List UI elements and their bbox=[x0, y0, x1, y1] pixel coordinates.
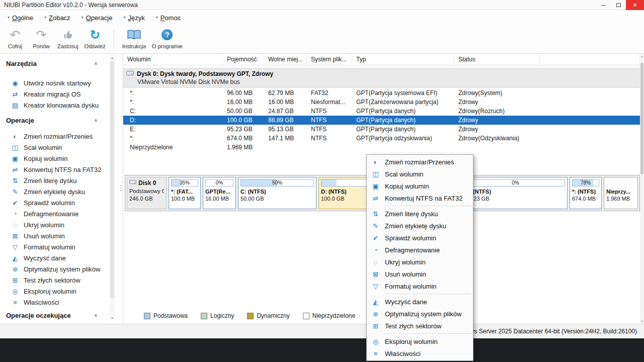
sidebar-item-disk-clone-wizard[interactable]: ▤Kreator klonowania dysku bbox=[0, 100, 117, 111]
table-row-d-drive-selected[interactable]: D: 100.0 GB 88.89 GB NTFS GPT(Partycja d… bbox=[123, 116, 640, 125]
table-row-recovery[interactable]: *: 674.0 MB 147.1 MB NTFS GPT(Partycja o… bbox=[123, 134, 640, 143]
sidebar-item-check-volume[interactable]: ✔Sprawdź wolumin bbox=[0, 197, 117, 208]
column-header-capacity[interactable]: Pojemność bbox=[223, 54, 264, 65]
redo-button[interactable]: ↷ Ponów bbox=[28, 25, 54, 53]
sidebar-item-format-volume[interactable]: ▽Formatuj wolumin bbox=[0, 241, 117, 252]
close-button[interactable]: × bbox=[626, 0, 644, 10]
sidebar-splitter-handle[interactable]: ⋮ bbox=[117, 181, 122, 196]
menu-help[interactable]: ▾Pomoc bbox=[150, 10, 186, 25]
legend-item-primary: Podstawowa bbox=[144, 312, 188, 319]
sidebar-item-resize-move[interactable]: ◐Zmień rozmiar/Przenieś bbox=[0, 131, 117, 142]
minimize-button[interactable] bbox=[596, 0, 611, 10]
ctx-merge-volume[interactable]: ◫Scal wolumin bbox=[367, 168, 473, 180]
menu-language[interactable]: ▾Język bbox=[118, 10, 150, 25]
ctx-change-label[interactable]: ✎Zmień etykietę dysku bbox=[367, 220, 473, 232]
maximize-icon bbox=[616, 3, 621, 7]
sidebar-item-create-bootable-media[interactable]: ◉Utwórz nośnik startowy bbox=[0, 77, 117, 88]
menu-operations[interactable]: ▾Operacje bbox=[76, 10, 118, 25]
sidebar-item-wipe-data[interactable]: ◭Wyczyść dane bbox=[0, 252, 117, 263]
ctx-bad-sector-test[interactable]: ⊞Test złych sektorów bbox=[367, 320, 473, 332]
section-header-operations[interactable]: Operacje ∧ bbox=[0, 114, 117, 127]
sidebar-item-copy-volume[interactable]: ▣Kopiuj wolumin bbox=[0, 153, 117, 164]
partition-block-recovery[interactable]: 78% *: (NTFS) 674.0 MB bbox=[570, 177, 602, 209]
ctx-convert-ntfs-fat32[interactable]: ⇌Konwertuj NTFS na FAT32 bbox=[367, 192, 473, 204]
manual-button[interactable]: Instrukcja bbox=[119, 25, 149, 53]
chevron-down-icon: ▾ bbox=[156, 16, 158, 20]
ctx-delete-volume[interactable]: ⊠Usuń wolumin bbox=[367, 268, 473, 280]
about-button[interactable]: ? O programie bbox=[149, 25, 186, 53]
ctx-optimize-filesystem[interactable]: ⊛Optymalizuj system plików bbox=[367, 308, 473, 320]
ctx-wipe-data[interactable]: ◭Wyczyść dane bbox=[367, 296, 473, 308]
menu-separator bbox=[384, 206, 471, 206]
ctx-change-drive-letter[interactable]: ⇅Zmień literę dysku bbox=[367, 208, 473, 220]
format-volume-icon: ▽ bbox=[371, 283, 380, 290]
table-row-reserved[interactable]: *: 16.00 MB 16.00 MB Niesformat... GPT(Z… bbox=[123, 98, 640, 107]
partition-block-reserved[interactable]: 0% GPT(Re... 16.00 MB bbox=[203, 177, 236, 209]
column-header-free-space[interactable]: Wolne miej... bbox=[264, 54, 307, 65]
operations-list: ◐Zmień rozmiar/Przenieś ◫Scal wolumin ▣K… bbox=[0, 131, 117, 308]
main-scrollbar-thumb[interactable] bbox=[640, 63, 643, 174]
section-header-pending-operations[interactable]: Operacje oczekujące ∧ bbox=[0, 309, 117, 322]
column-header-status[interactable]: Status bbox=[454, 54, 540, 65]
menu-general[interactable]: ▾Ogólne bbox=[2, 10, 39, 25]
sidebar-item-delete-volume[interactable]: ⊠Usuń wolumin bbox=[0, 230, 117, 241]
ctx-check-volume[interactable]: ✔Sprawdź wolumin bbox=[367, 232, 473, 244]
disk-group-header[interactable]: Dysk 0: Dysk twardy, Podstawowy GPT, Zdr… bbox=[123, 68, 640, 88]
column-header-type[interactable]: Typ bbox=[352, 54, 454, 65]
undo-button[interactable]: ↶ Cofnij bbox=[2, 25, 28, 53]
sidebar-item-change-drive-letter[interactable]: ⇅Zmień literę dysku bbox=[0, 175, 117, 186]
legend-swatch bbox=[201, 313, 207, 319]
ctx-properties[interactable]: ≡Właściwości bbox=[367, 347, 473, 359]
column-header-filesystem[interactable]: System plik... bbox=[307, 54, 352, 65]
format-volume-icon: ▽ bbox=[11, 244, 19, 250]
disk-info-block[interactable]: Disk 0 Podstawowy GPT 246.0 GB bbox=[127, 177, 167, 209]
sidebar-item-os-migration-wizard[interactable]: ⇄Kreator migracji OS bbox=[0, 88, 117, 100]
delete-volume-icon: ⊠ bbox=[11, 233, 19, 239]
ctx-format-volume[interactable]: ▽Formatuj wolumin bbox=[367, 280, 473, 292]
menu-separator bbox=[384, 333, 471, 334]
sidebar-item-bad-sector-test[interactable]: ⊞Test złych sektorów bbox=[0, 275, 117, 286]
refresh-button[interactable]: ↻ Odśwież bbox=[82, 25, 109, 53]
legend-item-unallocated: Nieprzydzielone bbox=[303, 312, 355, 319]
windows-taskbar: ∧ 5:54 PM 4/12/2025 bbox=[0, 338, 644, 362]
scroll-down-icon[interactable]: ▾ bbox=[640, 319, 644, 324]
scroll-up-icon[interactable]: ▴ bbox=[640, 54, 644, 59]
menu-view[interactable]: ▾Zobacz bbox=[39, 10, 76, 25]
scroll-down-icon[interactable]: ▾ bbox=[110, 316, 115, 321]
drive-letter-icon: ⇅ bbox=[371, 211, 380, 217]
partition-block-efi[interactable]: 35% *: (FAT... 100.0 MB bbox=[169, 177, 201, 209]
usage-bar: 0% bbox=[205, 179, 233, 187]
sidebar-item-properties[interactable]: ≡Właściwości bbox=[0, 297, 117, 308]
partition-block-unallocated[interactable]: Nieprzy... 1.969 MB bbox=[604, 177, 638, 209]
sidebar-item-convert-ntfs-fat32[interactable]: ⇌Konwertuj NTFS na FAT32 bbox=[0, 164, 117, 175]
defragment-icon: ◔ bbox=[371, 247, 380, 253]
column-header-volume[interactable]: Wolumin bbox=[123, 54, 223, 65]
sidebar-scrollbar[interactable]: ▴ ▾ bbox=[110, 55, 115, 321]
status-bar: Windows Server 2025 Datacenter 64-bit (V… bbox=[0, 324, 644, 338]
sidebar-item-optimize-filesystem[interactable]: ⊛Optymalizuj system plików bbox=[0, 263, 117, 275]
table-row-efi[interactable]: *: 96.00 MB 62.79 MB FAT32 GPT(Partycja … bbox=[123, 88, 640, 98]
partition-block-e[interactable]: 0% E: (NTFS) 95.23 GB bbox=[463, 177, 568, 209]
ctx-explore-volume[interactable]: ◎Eksploruj wolumin bbox=[367, 335, 473, 347]
sidebar-item-explore-volume[interactable]: ◎Eksploruj wolumin bbox=[0, 286, 117, 297]
apply-button[interactable]: Zastosuj bbox=[54, 25, 82, 53]
sidebar-item-change-label[interactable]: ✎Zmień etykietę dysku bbox=[0, 186, 117, 197]
section-header-tools[interactable]: Narzędzia ∧ bbox=[0, 57, 117, 70]
scroll-up-icon[interactable]: ▴ bbox=[110, 55, 115, 60]
table-row-e-drive[interactable]: E: 95.23 GB 95.13 GB NTFS GPT(Partycja d… bbox=[123, 125, 640, 134]
partition-block-c[interactable]: 50% C: (NTFS) 50.00 GB bbox=[238, 177, 316, 209]
sidebar-item-defragment[interactable]: ◔Defragmentowanie bbox=[0, 208, 117, 219]
table-row-unallocated[interactable]: Nieprzydzielone 1.969 MB bbox=[123, 143, 640, 152]
sidebar-item-merge-volume[interactable]: ◫Scal wolumin bbox=[0, 142, 117, 153]
sidebar-scrollbar-thumb[interactable] bbox=[110, 61, 114, 298]
table-row-c-drive[interactable]: C: 50.00 GB 24.87 GB NTFS GPT(Partycja d… bbox=[123, 107, 640, 116]
sidebar-item-hide-volume[interactable]: ◌Ukryj wolumin bbox=[0, 219, 117, 230]
ctx-defragment[interactable]: ◔Defragmentowanie bbox=[367, 244, 473, 256]
main-scrollbar[interactable]: ▴ ▾ bbox=[640, 54, 644, 324]
maximize-button[interactable] bbox=[611, 0, 626, 10]
ctx-copy-volume[interactable]: ▣Kopiuj wolumin bbox=[367, 180, 473, 192]
disk-drive-icon bbox=[129, 179, 136, 187]
ctx-hide-volume[interactable]: ◌Ukryj wolumin bbox=[367, 256, 473, 268]
convert-icon: ⇌ bbox=[11, 166, 19, 173]
ctx-resize-move[interactable]: ◐Zmień rozmiar/Przenieś bbox=[367, 156, 473, 168]
